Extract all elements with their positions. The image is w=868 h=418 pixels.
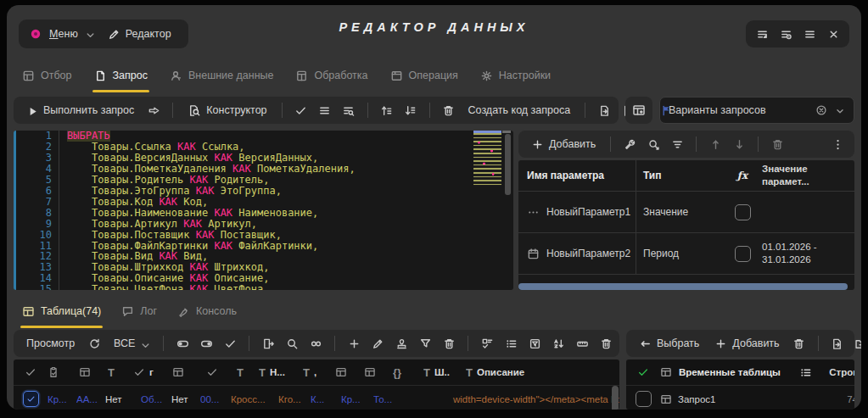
toggle-left-button[interactable] — [171, 332, 193, 354]
toggle-right-button[interactable] — [195, 332, 217, 354]
temp-table-row[interactable]: Запрос174 — [626, 386, 854, 410]
editor-scrollbar[interactable] — [505, 134, 511, 195]
grid-settings-button[interactable] — [476, 332, 498, 354]
fx-checkbox[interactable] — [735, 204, 751, 220]
filter-all-dropdown[interactable]: ВСЕ — [107, 332, 155, 354]
tab-tablica[interactable]: Таблица(74) — [22, 300, 101, 322]
close-icon[interactable] — [822, 23, 844, 45]
confirm-button[interactable] — [219, 332, 241, 354]
column-header[interactable]: TОписание — [466, 366, 619, 379]
add-parameter-button[interactable]: Добавить — [524, 133, 602, 155]
row-checkbox[interactable] — [23, 391, 39, 407]
tab-log[interactable]: Лог — [121, 300, 157, 322]
clear-query-button[interactable] — [438, 99, 460, 121]
list-menu-icon[interactable] — [798, 23, 820, 45]
menu-button[interactable]: Меню — [46, 23, 98, 45]
tab-nastroyki[interactable]: Настройки — [480, 64, 551, 86]
parameter-row[interactable]: НовыйПараметр1Значение — [518, 192, 854, 233]
edit-row-button[interactable] — [367, 332, 389, 354]
parameters-scrollbar[interactable] — [518, 283, 848, 290]
link-button[interactable] — [305, 332, 327, 354]
list-view-button[interactable] — [500, 332, 522, 354]
column-header[interactable]: T — [108, 366, 133, 379]
measure-button[interactable] — [571, 332, 593, 354]
marker-blue-icon[interactable] — [655, 99, 677, 121]
delete-parameter-button[interactable] — [766, 133, 788, 155]
more-button[interactable] — [826, 133, 848, 155]
divider — [610, 137, 611, 152]
chevron-down-icon[interactable] — [834, 105, 845, 116]
tab-operaciya[interactable]: Операция — [390, 64, 458, 86]
find-button[interactable] — [281, 332, 303, 354]
text-column-icon: T — [108, 366, 115, 379]
column-header[interactable] — [172, 366, 206, 378]
column-header[interactable] — [14, 366, 48, 378]
delete-row-button[interactable] — [438, 332, 460, 354]
check-syntax-button[interactable] — [290, 99, 312, 121]
open-in-form-button[interactable] — [257, 332, 279, 354]
parameter-row[interactable]: НовыйПараметр2Период01.01.2026 - 31.01.2… — [518, 233, 854, 275]
filter-edit-button[interactable] — [414, 332, 436, 354]
refresh-button[interactable] — [83, 332, 105, 354]
column-header[interactable] — [79, 366, 108, 378]
query-variants-dropdown[interactable]: Варианты запросов — [659, 97, 854, 124]
save-to-folder-button[interactable] — [850, 332, 861, 354]
export-table-button[interactable] — [826, 332, 848, 354]
export-code-button[interactable] — [593, 99, 615, 121]
edit-parameter-button[interactable] — [619, 133, 641, 155]
sort-down-button[interactable] — [400, 99, 422, 121]
editor-mode-button[interactable]: Редактор — [101, 23, 178, 45]
run-forward-button[interactable] — [143, 99, 165, 121]
tab-otbor[interactable]: Отбор — [22, 64, 72, 86]
tab-zapros[interactable]: Запрос — [94, 64, 148, 86]
column-header[interactable]: T, — [303, 366, 335, 379]
dock-list-icon[interactable] — [751, 23, 773, 45]
stamp-button[interactable] — [390, 332, 412, 354]
delete-table-button[interactable] — [788, 332, 810, 354]
row-checkbox[interactable] — [636, 391, 652, 407]
column-header[interactable]: T — [237, 366, 259, 379]
clear-icon[interactable] — [815, 104, 827, 116]
code-line: 15 Товары.ЦветФона КАК ЦветФона, — [16, 284, 513, 290]
add-table-button[interactable]: Добавить — [708, 332, 786, 354]
tableSmall-icon — [79, 366, 91, 378]
view-button[interactable]: Просмотр — [20, 332, 81, 354]
column-header[interactable]: TШ.. — [423, 366, 466, 379]
column-header[interactable]: TН... — [259, 366, 303, 379]
search-in-list-button[interactable] — [338, 99, 360, 121]
column-header[interactable]: г — [133, 366, 172, 378]
table-cell: 00... — [200, 394, 231, 404]
column-header[interactable] — [48, 366, 79, 378]
clear-table-button[interactable] — [595, 332, 617, 354]
vertical-scrollbar[interactable] — [612, 386, 619, 410]
create-query-code-button[interactable]: Создать код запроса — [462, 99, 578, 121]
move-up-button[interactable] — [704, 133, 726, 155]
query-variants-settings-button[interactable] — [625, 97, 652, 124]
constructor-button[interactable]: Конструктор — [181, 99, 273, 121]
tab-vneshnie-dannye[interactable]: Внешние данные — [170, 64, 274, 86]
tab-konsol[interactable]: Консоль — [177, 300, 237, 322]
minimap[interactable] — [473, 133, 501, 186]
filter-parameters-button[interactable] — [666, 133, 688, 155]
column-header[interactable] — [335, 366, 364, 378]
add-row-button[interactable] — [343, 332, 365, 354]
filter-box-button[interactable] — [524, 332, 546, 354]
code-line: 6 Товары.ЭтоГруппа КАК ЭтоГруппа, — [16, 186, 513, 197]
table-row[interactable]: Кр...АА...НетОб...Нет00...Кросс...Кго...… — [14, 386, 619, 410]
run-query-button[interactable]: Выполнить запрос — [20, 99, 141, 121]
column-header[interactable]: {} — [393, 366, 423, 379]
move-down-button[interactable] — [728, 133, 750, 155]
query-toolbar: Выполнить запрос Конструктор Создать код… — [14, 97, 619, 124]
list-button[interactable] — [314, 99, 336, 121]
select-table-button[interactable]: Выбрать — [632, 332, 706, 354]
editor-window: Меню Редактор РЕДАКТОР ДАННЫХ ОтборЗапро… — [7, 5, 861, 410]
column-header[interactable] — [364, 366, 393, 378]
list-settings-icon[interactable] — [775, 23, 797, 45]
fx-checkbox[interactable] — [735, 246, 751, 262]
tab-obrabotka[interactable]: Обработка — [295, 64, 367, 86]
column-header[interactable] — [206, 366, 237, 378]
find-parameter-button[interactable] — [642, 133, 664, 155]
query-code-editor[interactable]: 1ВЫБРАТЬ2 Товары.Ссылка КАК Ссылка,3 Тов… — [14, 131, 513, 290]
sort-az-button[interactable] — [547, 332, 569, 354]
sort-up-button[interactable] — [376, 99, 398, 121]
